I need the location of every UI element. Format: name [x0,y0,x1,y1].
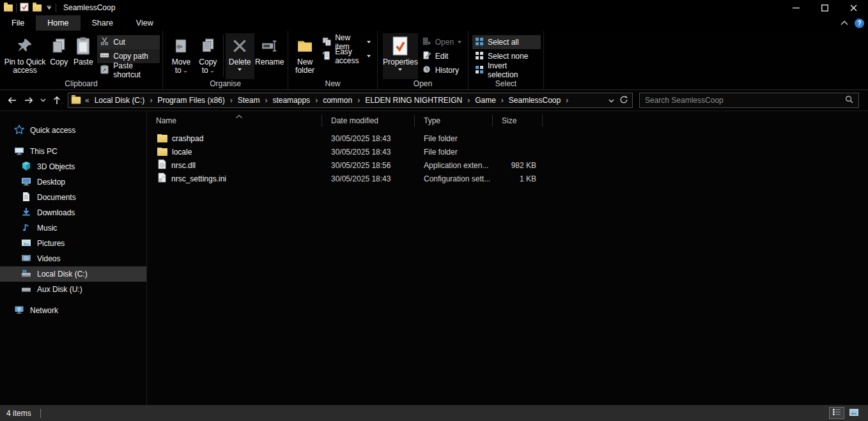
file-rows: crashpad 30/05/2025 18:43 File folder lo… [147,129,868,185]
music-note-icon [21,222,31,234]
up-icon[interactable] [49,92,65,109]
sidebar-item-this-pc[interactable]: This PC [0,144,146,159]
breadcrumb-item[interactable]: Local Disk (C:) [93,96,146,105]
disk-icon [21,284,31,296]
navigation-bar: « Local Disk (C:) › Program Files (x86) … [0,90,868,111]
sidebar-item-label: Videos [37,254,60,263]
paste-shortcut-icon [100,65,109,76]
file-name: crashpad [172,134,203,143]
breadcrumb-separator[interactable]: › [562,96,572,105]
edit-button-label: Edit [435,52,449,61]
delete-dropdown-caret [238,68,242,71]
breadcrumb-separator[interactable]: › [463,96,474,105]
history-icon [422,65,431,76]
paste-shortcut-button[interactable]: Paste shortcut [97,63,160,77]
sidebar-item-quick-access[interactable]: Quick access [0,123,146,138]
address-bar[interactable]: « Local Disk (C:) › Program Files (x86) … [68,93,633,108]
qat-properties-icon[interactable] [20,3,29,13]
back-icon[interactable] [4,92,20,109]
rename-icon [261,36,279,56]
minimize-icon[interactable] [782,0,810,15]
sidebar-item-videos[interactable]: Videos [0,251,146,266]
file-row-crashpad[interactable]: crashpad 30/05/2025 18:43 File folder [147,132,868,145]
address-history-chevron-icon[interactable] [608,96,614,105]
qat-customize-icon[interactable] [45,4,52,11]
breadcrumb-separator[interactable]: › [226,96,236,105]
tab-home[interactable]: Home [36,15,80,31]
breadcrumb-item[interactable]: Steam [236,96,261,105]
tab-view[interactable]: View [125,15,165,31]
file-size: 1 KB [493,174,543,183]
maximize-icon[interactable] [810,0,839,15]
open-button[interactable]: Open [419,35,465,49]
invert-selection-button-label: Invert selection [488,61,537,79]
column-header-date-modified[interactable]: Date modified [322,115,415,126]
properties-dropdown-caret [398,68,402,71]
select-all-button[interactable]: Select all [472,35,541,49]
forward-icon[interactable] [20,92,37,109]
sidebar-item-local-disk-c[interactable]: Local Disk (C:) [0,266,146,282]
ribbon: Pin to Quick access Copy Paste [0,31,868,90]
tab-file[interactable]: File [0,15,36,31]
breadcrumb-separator[interactable]: › [146,96,156,105]
breadcrumb-overflow[interactable]: « [81,96,93,105]
sidebar-item-network[interactable]: Network [0,303,146,318]
breadcrumb-item[interactable]: steamapps [271,96,311,105]
sidebar-item-aux-disk-u[interactable]: Aux Disk (U:) [0,282,146,297]
copy-button-label: Copy [50,58,68,66]
sidebar-item-documents[interactable]: Documents [0,190,146,205]
copy-button[interactable]: Copy [47,33,70,79]
breadcrumb-item[interactable]: Program Files (x86) [156,96,226,105]
properties-button[interactable]: Properties [383,33,418,79]
sidebar-item-music[interactable]: Music [0,220,146,236]
breadcrumb-item[interactable]: Game [474,96,497,105]
sidebar-item-desktop[interactable]: Desktop [0,174,146,190]
search-input[interactable] [645,96,845,105]
column-header-type[interactable]: Type [415,115,493,126]
details-view-button[interactable] [829,407,844,419]
file-date: 30/05/2025 18:56 [322,161,415,170]
file-row-nrsc-settings-ini[interactable]: nrsc_settings.ini 30/05/2025 18:43 Confi… [147,172,868,185]
edit-button[interactable]: Edit [419,49,465,63]
breadcrumb-separator[interactable]: › [311,96,322,105]
breadcrumb: « Local Disk (C:) › Program Files (x86) … [81,96,608,105]
pin-to-quick-access-button[interactable]: Pin to Quick access [3,33,47,79]
breadcrumb-separator[interactable]: › [261,96,271,105]
copy-to-button[interactable]: Copy to [195,33,221,79]
breadcrumb-separator[interactable]: › [353,96,364,105]
collapse-ribbon-icon[interactable] [841,19,848,27]
file-name: nrsc_settings.ini [171,174,226,183]
column-header-size[interactable]: Size [493,115,543,126]
delete-button[interactable]: Delete [226,33,254,79]
help-icon[interactable]: ? [855,19,864,28]
sidebar-item-3d-objects[interactable]: 3D Objects [0,159,146,174]
paste-button[interactable]: Paste [70,33,96,79]
new-folder-button[interactable]: New folder [293,33,316,79]
invert-selection-button[interactable]: Invert selection [472,63,541,77]
ribbon-group-open: Properties Open Edit [378,31,469,89]
qat-new-folder-icon[interactable] [33,4,42,11]
recent-locations-icon[interactable] [37,92,49,109]
close-icon[interactable] [839,0,868,15]
network-icon [14,305,24,317]
rename-button[interactable]: Rename [254,33,285,79]
easy-access-button[interactable]: Easy access [319,49,375,63]
thumbnail-view-icon [849,408,859,418]
thumbnail-view-button[interactable] [846,407,862,419]
breadcrumb-separator[interactable]: › [497,96,508,105]
tab-share[interactable]: Share [81,15,125,31]
search-icon[interactable] [845,95,853,105]
file-list-area: Name Date modified Type Size crashpad 30… [147,111,868,405]
refresh-icon[interactable] [619,95,628,106]
breadcrumb-item[interactable]: ELDEN RING NIGHTREIGN [364,96,463,105]
cut-button[interactable]: Cut [97,35,160,49]
sidebar-item-pictures[interactable]: Pictures [0,236,146,251]
breadcrumb-item[interactable]: common [322,96,353,105]
file-row-nrsc-dll[interactable]: nrsc.dll 30/05/2025 18:56 Application ex… [147,158,868,172]
sidebar-item-downloads[interactable]: Downloads [0,205,146,220]
breadcrumb-item[interactable]: SeamlessCoop [508,96,562,105]
history-button[interactable]: History [419,63,465,77]
file-row-locale[interactable]: locale 30/05/2025 18:43 File folder [147,145,868,158]
column-header-name[interactable]: Name [147,115,322,126]
move-to-button[interactable]: Move to [167,33,195,79]
